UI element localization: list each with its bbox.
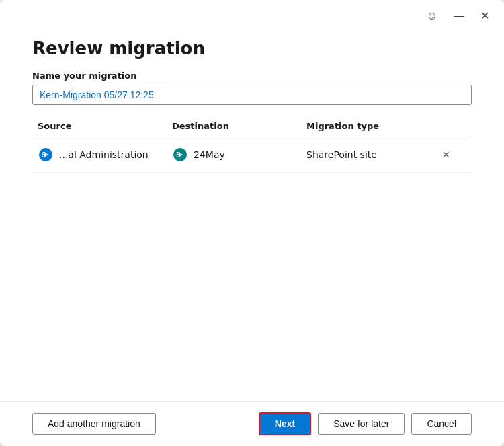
- footer-left: Add another migration: [32, 413, 252, 435]
- table-header: Source Destination Migration type: [32, 121, 472, 137]
- cancel-button[interactable]: Cancel: [411, 413, 472, 435]
- col-source: Source: [38, 121, 172, 131]
- close-button[interactable]: ✕: [476, 7, 493, 25]
- destination-sharepoint-icon: S: [172, 147, 188, 163]
- add-another-migration-button[interactable]: Add another migration: [32, 413, 156, 435]
- remove-cell: ✕: [439, 147, 466, 163]
- col-destination: Destination: [172, 121, 306, 131]
- minimize-icon: —: [454, 10, 464, 22]
- title-bar: ☺ — ✕: [0, 0, 504, 25]
- close-icon: ✕: [480, 9, 489, 22]
- source-sharepoint-icon: S: [38, 147, 54, 163]
- destination-name: 24May: [194, 149, 225, 160]
- next-button[interactable]: Next: [259, 412, 311, 435]
- dialog: ☺ — ✕ Review migration Name your migrati…: [0, 0, 504, 446]
- footer: Add another migration Next Save for late…: [0, 401, 504, 446]
- table-row: S ...al Administration S 24May SharePoin…: [32, 137, 472, 173]
- migration-type-cell: SharePoint site: [306, 149, 439, 160]
- page-title: Review migration: [32, 38, 472, 59]
- smiley-button[interactable]: ☺: [423, 7, 442, 25]
- remove-row-button[interactable]: ✕: [439, 147, 453, 163]
- smiley-icon: ☺: [427, 10, 437, 22]
- migration-type-value: SharePoint site: [306, 149, 377, 160]
- source-name: ...al Administration: [59, 149, 149, 160]
- col-migration-type: Migration type: [306, 121, 439, 131]
- source-cell: S ...al Administration: [38, 147, 172, 163]
- minimize-button[interactable]: —: [450, 7, 468, 25]
- main-content: Review migration Name your migration Sou…: [0, 25, 504, 401]
- save-for-later-button[interactable]: Save for later: [318, 413, 405, 435]
- destination-cell: S 24May: [172, 147, 306, 163]
- migration-name-input[interactable]: [32, 85, 472, 105]
- name-field-label: Name your migration: [32, 71, 472, 81]
